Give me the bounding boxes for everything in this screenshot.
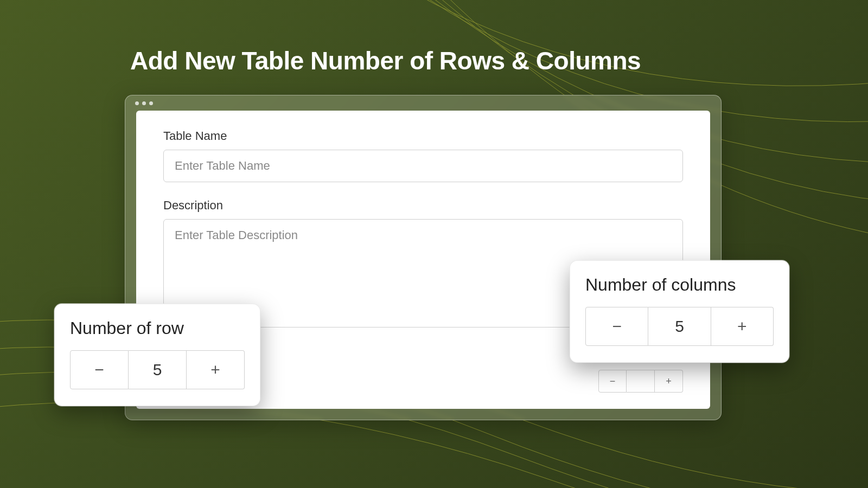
- window-dot: [135, 101, 139, 105]
- minus-icon[interactable]: −: [598, 370, 627, 393]
- window-dot: [149, 101, 153, 105]
- rows-popup: Number of row − 5 +: [54, 304, 260, 406]
- table-name-input[interactable]: [163, 150, 683, 182]
- columns-stepper-small: − +: [598, 370, 683, 393]
- columns-stepper: − 5 +: [585, 307, 774, 346]
- plus-icon: +: [210, 361, 220, 379]
- rows-decrement-button[interactable]: −: [70, 350, 129, 389]
- rows-increment-button[interactable]: +: [187, 350, 245, 389]
- plus-icon[interactable]: +: [655, 370, 683, 393]
- plus-icon: +: [737, 317, 747, 336]
- description-label: Description: [163, 198, 683, 213]
- page-title: Add New Table Number of Rows & Columns: [130, 46, 641, 75]
- columns-label: Number of columns: [585, 275, 774, 295]
- minus-icon: −: [94, 361, 104, 379]
- columns-value: 5: [648, 307, 711, 346]
- columns-popup: Number of columns − 5 +: [570, 260, 789, 363]
- window-titlebar: [125, 95, 721, 111]
- columns-decrement-button[interactable]: −: [585, 307, 648, 346]
- table-name-group: Table Name: [163, 129, 683, 182]
- columns-increment-button[interactable]: +: [711, 307, 774, 346]
- window-controls: [135, 101, 153, 105]
- rows-stepper: − 5 +: [70, 350, 245, 389]
- rows-value: 5: [129, 350, 187, 389]
- table-name-label: Table Name: [163, 129, 683, 143]
- window-dot: [142, 101, 146, 105]
- stepper-value-small: [627, 370, 655, 393]
- minus-icon: −: [612, 317, 622, 336]
- rows-label: Number of row: [70, 318, 245, 338]
